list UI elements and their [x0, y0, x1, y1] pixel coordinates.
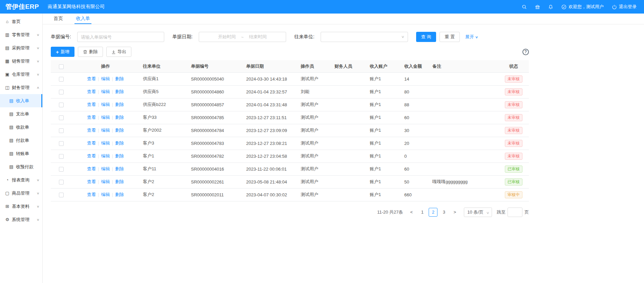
- chevron-down-icon: ∨: [37, 60, 40, 63]
- tab-income-bill[interactable]: 收入单: [74, 14, 91, 24]
- sidebar-item-home[interactable]: ⌂首页: [0, 15, 42, 28]
- sidebar-item-purchase[interactable]: ▤采购管理∨: [0, 41, 42, 55]
- retail-icon: ▥: [4, 32, 10, 37]
- partner-select[interactable]: ∨: [321, 32, 408, 42]
- row-actions-cell: 查看|编辑|删除: [71, 111, 139, 124]
- finance-staff-cell: [331, 188, 366, 201]
- row-checkbox[interactable]: [59, 90, 64, 94]
- notification-bell-icon[interactable]: [548, 4, 553, 9]
- page-1-button[interactable]: 1: [418, 208, 427, 217]
- sidebar-item-receipt-bill[interactable]: ▤收款单: [0, 121, 42, 134]
- income-account-cell: 账户1: [366, 137, 401, 150]
- prev-page-button[interactable]: <: [407, 208, 416, 217]
- view-link[interactable]: 查看: [87, 102, 96, 107]
- sidebar-item-system[interactable]: ⚙系统管理∨: [0, 213, 42, 226]
- date-start-placeholder: 开始时间: [218, 34, 236, 40]
- view-link[interactable]: 查看: [87, 76, 96, 81]
- sidebar-item-goods[interactable]: ▢商品管理∨: [0, 187, 42, 200]
- remark-cell: [429, 72, 498, 85]
- edit-link[interactable]: 编辑: [101, 192, 110, 197]
- date-range-picker[interactable]: 开始时间 ~ 结束时间: [199, 32, 286, 42]
- edit-link[interactable]: 编辑: [101, 153, 110, 158]
- welcome-user[interactable]: 欢迎您，测试用户: [561, 4, 604, 10]
- sidebar-item-retail[interactable]: ▥零售管理∨: [0, 28, 42, 41]
- download-icon: [111, 50, 116, 54]
- tab-home[interactable]: 首页: [52, 14, 64, 24]
- delete-button[interactable]: 删除: [78, 47, 103, 57]
- expand-link[interactable]: 展开 ∨: [465, 34, 478, 40]
- edit-link[interactable]: 编辑: [101, 89, 110, 94]
- help-icon[interactable]: ?: [522, 49, 529, 55]
- row-checkbox[interactable]: [59, 128, 64, 133]
- search-icon[interactable]: [522, 4, 527, 9]
- sidebar-item-transfer-bill[interactable]: ▤转账单: [0, 147, 42, 160]
- edit-link[interactable]: 编辑: [101, 166, 110, 171]
- row-checkbox[interactable]: [59, 141, 64, 146]
- sidebar-item-income-bill[interactable]: ▤收入单: [0, 94, 42, 107]
- delete-link[interactable]: 删除: [115, 76, 124, 81]
- delete-link[interactable]: 删除: [115, 102, 124, 107]
- bill-no-input[interactable]: [77, 32, 164, 42]
- jump-page-input[interactable]: [508, 208, 522, 217]
- delete-link[interactable]: 删除: [115, 128, 124, 133]
- sidebar-item-label: 报表查询: [12, 177, 29, 183]
- edit-link[interactable]: 编辑: [101, 76, 110, 81]
- column-header: 财务人员: [331, 60, 366, 72]
- delete-link[interactable]: 删除: [115, 89, 124, 94]
- row-checkbox[interactable]: [59, 154, 64, 159]
- operator-cell: 测试用户: [297, 72, 331, 85]
- next-page-button[interactable]: >: [450, 208, 459, 217]
- row-checkbox[interactable]: [59, 103, 64, 107]
- row-checkbox[interactable]: [59, 193, 64, 197]
- sidebar-item-finance[interactable]: ◫财务管理∧: [0, 81, 42, 94]
- view-link[interactable]: 查看: [87, 115, 96, 120]
- sidebar-item-report[interactable]: ◔报表查询∨: [0, 173, 42, 187]
- view-link[interactable]: 查看: [87, 192, 96, 197]
- delete-link[interactable]: 删除: [115, 140, 124, 146]
- edit-link[interactable]: 编辑: [101, 102, 110, 107]
- bill-date-cell: 2024-03-30 14:43:18: [243, 72, 297, 85]
- row-checkbox[interactable]: [59, 167, 64, 172]
- view-link[interactable]: 查看: [87, 166, 96, 171]
- basic-data-icon: ⊞: [4, 204, 10, 209]
- search-button[interactable]: 查 询: [416, 32, 436, 42]
- row-checkbox[interactable]: [59, 180, 64, 184]
- sidebar-item-sales[interactable]: ▦销售管理∨: [0, 55, 42, 68]
- sidebar-item-warehouse[interactable]: ▣仓库管理∨: [0, 68, 42, 81]
- add-button[interactable]: + 新增: [51, 47, 74, 57]
- row-checkbox[interactable]: [59, 77, 64, 82]
- view-link[interactable]: 查看: [87, 128, 96, 133]
- edit-link[interactable]: 编辑: [101, 115, 110, 120]
- view-link[interactable]: 查看: [87, 89, 96, 94]
- page-3-button[interactable]: 3: [439, 208, 448, 217]
- view-link[interactable]: 查看: [87, 140, 96, 146]
- sidebar-item-basic[interactable]: ⊞基本资料∨: [0, 200, 42, 213]
- sidebar-item-advance-bill[interactable]: ▤收预付款: [0, 160, 42, 173]
- page-2-button[interactable]: 2: [429, 208, 437, 217]
- reset-button[interactable]: 重 置: [439, 32, 460, 42]
- bill-date-cell: 2023-11-22 00:06:01: [243, 162, 297, 175]
- select-all-checkbox[interactable]: [59, 64, 64, 69]
- home-site-icon[interactable]: [535, 4, 540, 9]
- sidebar-item-label: 付款单: [16, 137, 29, 144]
- delete-link[interactable]: 删除: [115, 179, 124, 184]
- sidebar-item-expense-bill[interactable]: ▤支出单: [0, 107, 42, 121]
- logout-button[interactable]: 退出登录: [612, 4, 637, 10]
- page-size-select[interactable]: 10 条/页 ∨: [464, 208, 492, 217]
- operator-cell: 测试用户: [297, 111, 331, 124]
- delete-link[interactable]: 删除: [115, 166, 124, 171]
- delete-link[interactable]: 删除: [115, 192, 124, 197]
- view-link[interactable]: 查看: [87, 179, 96, 184]
- finance-staff-cell: [331, 124, 366, 137]
- edit-link[interactable]: 编辑: [101, 128, 110, 133]
- column-header: 收入金额: [401, 60, 429, 72]
- bill-no-cell: SR00000004016: [188, 162, 243, 175]
- export-button[interactable]: 导出: [106, 47, 131, 57]
- edit-link[interactable]: 编辑: [101, 179, 110, 184]
- delete-link[interactable]: 删除: [115, 153, 124, 158]
- row-checkbox[interactable]: [59, 115, 64, 120]
- edit-link[interactable]: 编辑: [101, 140, 110, 146]
- sidebar-item-payment-bill[interactable]: ▤付款单: [0, 134, 42, 147]
- view-link[interactable]: 查看: [87, 153, 96, 158]
- delete-link[interactable]: 删除: [115, 115, 124, 120]
